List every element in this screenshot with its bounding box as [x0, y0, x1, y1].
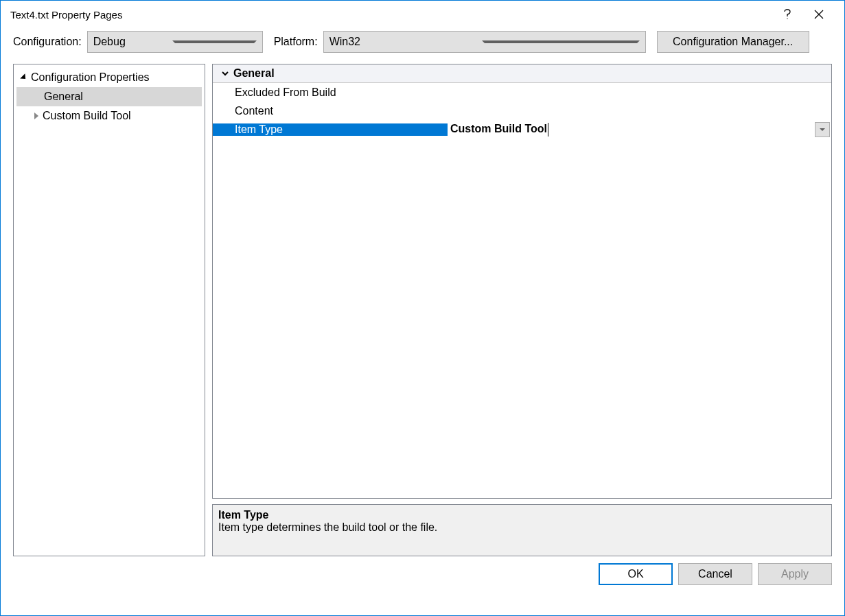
platform-label: Platform:	[274, 36, 318, 48]
chevron-down-icon	[221, 69, 229, 78]
tree-item-configuration-properties[interactable]: Configuration Properties	[16, 68, 202, 87]
configuration-label: Configuration:	[13, 36, 82, 48]
value-dropdown-button[interactable]	[815, 122, 830, 137]
tree-child-label: General	[44, 91, 83, 103]
content: Configuration Properties General Custom …	[1, 60, 844, 563]
description-body: Item type determines the build tool or t…	[218, 521, 826, 534]
grid-row-content[interactable]: Content	[213, 102, 831, 120]
description-title: Item Type	[218, 509, 826, 521]
grid-row-excluded-from-build[interactable]: Excluded From Build	[213, 83, 831, 102]
tree-item-general[interactable]: General	[16, 87, 202, 106]
grid-pane: General Excluded From Build Content Item…	[212, 64, 832, 499]
platform-select[interactable]: Win32	[323, 31, 646, 53]
apply-button: Apply	[758, 563, 832, 585]
grid-row-item-type[interactable]: Item Type Custom Build Tool	[213, 120, 831, 139]
chevron-down-icon	[820, 128, 825, 131]
arrow-right-icon	[34, 112, 38, 119]
grid-section-header[interactable]: General	[213, 64, 831, 83]
configuration-manager-button[interactable]: Configuration Manager...	[657, 31, 809, 53]
tree-pane: Configuration Properties General Custom …	[13, 64, 205, 556]
grid-section-title: General	[233, 67, 275, 80]
tree-child-label: Custom Build Tool	[43, 110, 131, 122]
grid-key: Content	[213, 105, 448, 117]
help-button[interactable]	[772, 3, 803, 25]
grid-value[interactable]: Custom Build Tool	[448, 122, 831, 137]
grid-key: Item Type	[213, 123, 448, 136]
tree-item-custom-build-tool[interactable]: Custom Build Tool	[16, 106, 202, 126]
cancel-button[interactable]: Cancel	[678, 563, 752, 585]
titlebar: Text4.txt Property Pages	[1, 1, 844, 28]
chevron-down-icon	[172, 40, 257, 43]
right-pane: General Excluded From Build Content Item…	[212, 64, 832, 556]
grid-key: Excluded From Build	[213, 86, 448, 99]
ok-button[interactable]: OK	[599, 563, 673, 585]
arrow-down-icon	[20, 73, 27, 81]
platform-value: Win32	[329, 36, 482, 48]
configuration-value: Debug	[93, 36, 172, 48]
titlebar-title: Text4.txt Property Pages	[10, 9, 772, 21]
description-pane: Item Type Item type determines the build…	[212, 504, 832, 556]
footer: OK Cancel Apply	[1, 563, 844, 595]
text-cursor	[548, 123, 548, 137]
close-button[interactable]	[803, 3, 835, 25]
configuration-select[interactable]: Debug	[87, 31, 263, 53]
tree-root-label: Configuration Properties	[31, 71, 150, 84]
chevron-down-icon	[482, 40, 640, 43]
config-row: Configuration: Debug Platform: Win32 Con…	[1, 28, 844, 60]
